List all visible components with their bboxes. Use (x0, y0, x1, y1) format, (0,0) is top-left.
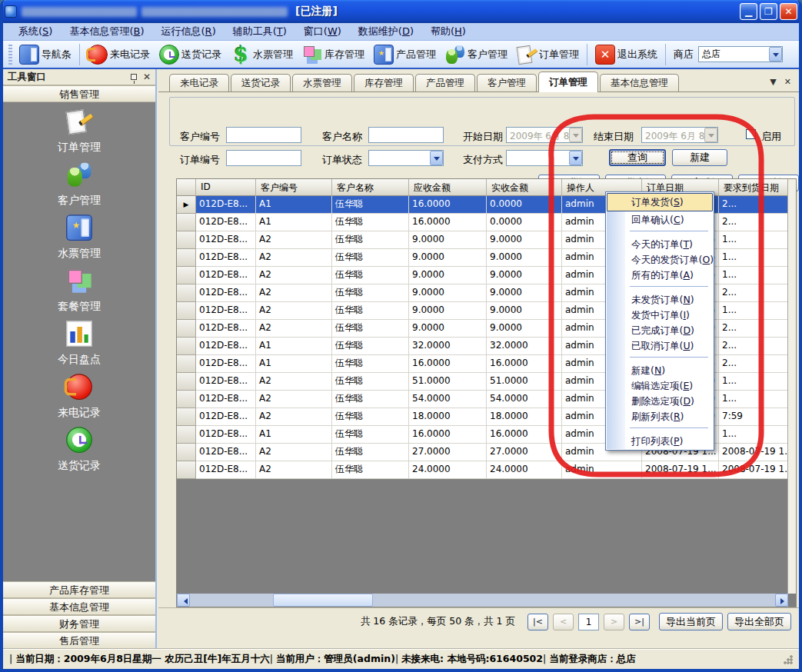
cell-received[interactable]: 9.0000 (487, 302, 562, 320)
cell-customer-name[interactable]: 伍华聪 (332, 214, 409, 231)
cell-receivable[interactable]: 18.0000 (409, 408, 487, 426)
row-selector-cell[interactable] (177, 408, 196, 426)
pay-method-select[interactable] (506, 150, 583, 166)
row-selector-cell[interactable] (177, 444, 196, 461)
row-selector-cell[interactable] (177, 338, 196, 355)
grid-column-header[interactable]: 客户名称 (332, 179, 409, 196)
cell-customer-no[interactable]: A1 (256, 355, 332, 373)
cell-customer-name[interactable]: 伍华聪 (332, 338, 409, 355)
cell-required-date[interactable]: 2008-07-19 1... (719, 461, 790, 479)
last-page-button[interactable]: >| (629, 614, 650, 630)
restore-button[interactable]: ❐ (760, 3, 777, 20)
context-menu-item[interactable]: 回单确认(C) (607, 212, 713, 228)
sidebar-section-sales[interactable]: 销售管理 (3, 85, 155, 102)
customer-name-input[interactable] (368, 127, 444, 143)
cell-receivable[interactable]: 16.0000 (409, 355, 487, 373)
row-selector-cell[interactable] (177, 267, 196, 284)
cell-required-date[interactable]: 2... (719, 284, 790, 302)
context-menu-item[interactable]: 今天的订单(T) (607, 237, 713, 252)
cell-customer-no[interactable]: A2 (256, 391, 332, 408)
toolbar-button[interactable]: 产品管理 (369, 43, 441, 66)
tab-list-dropdown-icon[interactable]: ▼ (770, 77, 776, 87)
row-selector-cell[interactable] (177, 231, 196, 249)
toolbar-button[interactable]: 订单管理 (512, 43, 584, 66)
sidebar-item[interactable]: 水票管理 (58, 221, 101, 261)
cell-customer-no[interactable]: A1 (256, 196, 332, 214)
menu-item[interactable]: 帮助(H) (423, 23, 474, 40)
cell-id[interactable]: 012D-E8... (196, 373, 256, 391)
cell-id[interactable]: 012D-E8... (196, 214, 256, 231)
cell-customer-name[interactable]: 伍华聪 (332, 231, 409, 249)
context-menu-item[interactable]: 今天的发货订单(O) (607, 252, 713, 268)
customer-no-input[interactable] (226, 127, 301, 143)
cell-customer-name[interactable]: 伍华聪 (332, 391, 409, 408)
cell-id[interactable]: 012D-E8... (196, 444, 256, 461)
row-selector-cell[interactable] (177, 391, 196, 408)
context-menu-item[interactable] (607, 357, 713, 363)
cell-received[interactable]: 51.0000 (487, 373, 562, 391)
cell-received[interactable]: 9.0000 (487, 320, 562, 338)
cell-customer-name[interactable]: 伍华聪 (332, 249, 409, 267)
row-selector-cell[interactable] (177, 284, 196, 302)
cell-received[interactable]: 9.0000 (487, 231, 562, 249)
cell-receivable[interactable]: 9.0000 (409, 249, 487, 267)
cell-id[interactable]: 012D-E8... (196, 355, 256, 373)
row-selector-cell[interactable] (177, 373, 196, 391)
cell-customer-name[interactable]: 伍华聪 (332, 302, 409, 320)
cell-id[interactable]: 012D-E8... (196, 391, 256, 408)
row-selector-cell[interactable] (177, 214, 196, 231)
vertical-scrollbar[interactable] (787, 179, 796, 594)
cell-id[interactable]: 012D-E8... (196, 408, 256, 426)
grid-column-header[interactable]: 实收金额 (487, 179, 562, 196)
cell-receivable[interactable]: 24.0000 (409, 461, 487, 479)
scroll-left-icon[interactable] (177, 594, 190, 607)
table-row[interactable]: 012D-E8... A2 伍华聪 24.0000 24.0000 admin … (177, 461, 796, 479)
toolbar-gripper[interactable] (8, 45, 12, 65)
row-selector-cell[interactable] (177, 426, 196, 444)
context-menu-item[interactable]: 已取消订单(U) (607, 338, 713, 354)
scrollbar-thumb[interactable] (273, 594, 373, 607)
cell-customer-no[interactable]: A2 (256, 231, 332, 249)
cell-required-date[interactable]: 2008-07-19 1... (719, 444, 790, 461)
cell-customer-no[interactable]: A2 (256, 461, 332, 479)
resize-grip[interactable] (783, 654, 793, 664)
sidebar-item[interactable]: 订单管理 (58, 115, 101, 155)
menu-item[interactable]: 数据维护(D) (351, 23, 421, 40)
cell-received[interactable]: 0.0000 (487, 214, 562, 231)
tab[interactable]: 库存管理 (354, 74, 414, 91)
cell-required-date[interactable]: 1... (719, 249, 790, 267)
cell-receivable[interactable]: 16.0000 (409, 214, 487, 231)
chevron-down-icon[interactable] (569, 151, 582, 165)
context-menu-item[interactable]: 新建(N) (607, 363, 713, 378)
cell-receivable[interactable]: 51.0000 (409, 373, 487, 391)
cell-customer-name[interactable]: 伍华聪 (332, 267, 409, 284)
cell-required-date[interactable]: 1... (719, 426, 790, 444)
row-selector-cell[interactable] (177, 320, 196, 338)
cell-id[interactable]: 012D-E8... (196, 338, 256, 355)
cell-customer-name[interactable]: 伍华聪 (332, 426, 409, 444)
cell-customer-no[interactable]: A2 (256, 249, 332, 267)
prev-page-button[interactable]: < (553, 614, 574, 630)
cell-required-date[interactable]: 1... (719, 302, 790, 320)
row-selector-cell[interactable] (177, 196, 196, 214)
cell-required-date[interactable]: 1... (719, 267, 790, 284)
cell-receivable[interactable]: 9.0000 (409, 267, 487, 284)
row-selector-cell[interactable] (177, 302, 196, 320)
cell-required-date[interactable]: 1... (719, 391, 790, 408)
row-selector-cell[interactable] (177, 461, 196, 479)
cell-customer-no[interactable]: A1 (256, 426, 332, 444)
tab[interactable]: 订单管理 (538, 72, 598, 92)
cell-id[interactable]: 012D-E8... (196, 249, 256, 267)
minimize-button[interactable]: ▁ (740, 3, 757, 20)
context-menu-item[interactable]: 打印列表(P) (607, 434, 713, 449)
cell-received[interactable]: 27.0000 (487, 444, 562, 461)
cell-received[interactable]: 54.0000 (487, 391, 562, 408)
cell-receivable[interactable]: 54.0000 (409, 391, 487, 408)
cell-receivable[interactable]: 9.0000 (409, 302, 487, 320)
context-menu-item[interactable]: 刷新列表(R) (607, 409, 713, 424)
cell-receivable[interactable]: 16.0000 (409, 196, 487, 214)
order-status-select[interactable] (368, 150, 444, 166)
cell-receivable[interactable]: 16.0000 (409, 426, 487, 444)
cell-customer-no[interactable]: A2 (256, 284, 332, 302)
cell-customer-no[interactable]: A2 (256, 302, 332, 320)
